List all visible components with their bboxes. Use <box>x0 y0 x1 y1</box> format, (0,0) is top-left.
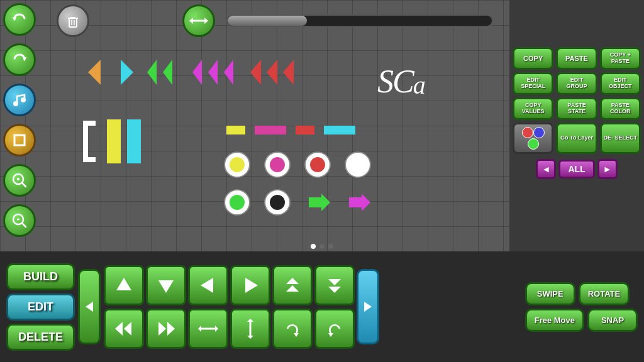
move-right-button[interactable] <box>230 265 270 305</box>
color-circle-green <box>528 138 539 150</box>
red-triple-chevron <box>247 57 304 88</box>
nav-grid <box>104 265 353 349</box>
down-arrow-icon <box>156 275 176 295</box>
svg-point-22 <box>270 157 285 172</box>
zoom-out-button[interactable] <box>3 204 36 237</box>
delete-button[interactable]: DELETE <box>6 324 75 351</box>
move-double-up-button[interactable] <box>272 265 313 305</box>
pink-strip <box>255 126 286 134</box>
deselect-button[interactable]: DE- SELECT <box>600 123 641 154</box>
black-circle2 <box>264 189 291 216</box>
undo-button[interactable] <box>3 3 36 36</box>
svg-marker-31 <box>309 194 330 211</box>
move-up-button[interactable] <box>104 265 144 305</box>
panel-row-4: Go To Layer DE- SELECT <box>513 123 641 154</box>
paste-state-button[interactable]: PASTE STATE <box>556 97 597 120</box>
svg-rect-16 <box>255 126 286 134</box>
svg-marker-69 <box>201 278 213 293</box>
white-circle <box>344 151 372 178</box>
dot-2 <box>319 244 325 249</box>
copy-values-button[interactable]: COPY VALUES <box>513 97 553 120</box>
scroll-left-icon <box>83 300 96 313</box>
free-move-button[interactable]: Free Move <box>525 309 584 332</box>
paste-color-button[interactable]: PASTE COLOR <box>600 97 641 120</box>
nav-right-button[interactable]: ► <box>597 159 618 179</box>
scroll-left-button[interactable] <box>78 269 101 344</box>
edit-button[interactable]: EDIT <box>6 293 75 321</box>
rotate-button[interactable]: ROTATE <box>579 282 630 305</box>
yellow-bar <box>107 119 121 163</box>
scroll-right-button[interactable] <box>357 269 379 344</box>
color-button[interactable] <box>513 123 553 154</box>
progress-bar-container[interactable] <box>226 14 493 27</box>
nav-row: ◄ ALL ► <box>513 159 641 179</box>
svg-line-44 <box>22 223 26 227</box>
right-action-buttons: SWIPE ROTATE Free Move SNAP <box>525 282 638 332</box>
svg-marker-76 <box>124 322 131 336</box>
swap-v-button[interactable] <box>230 309 270 349</box>
red-strip <box>296 126 314 134</box>
square-button[interactable] <box>3 124 36 156</box>
left-arrow-icon <box>198 275 218 295</box>
svg-rect-49 <box>71 17 75 18</box>
left-icons <box>3 3 36 237</box>
rotate-cw-icon <box>282 319 303 339</box>
color-circle-red <box>522 127 533 138</box>
svg-point-26 <box>350 157 365 172</box>
red-circle <box>304 151 331 178</box>
mode-buttons: BUILD EDIT DELETE <box>6 263 75 351</box>
svg-marker-87 <box>364 302 372 312</box>
green-circle2 <box>223 189 251 216</box>
edit-object-button[interactable]: EDIT OBJECT <box>600 72 641 95</box>
svg-rect-11 <box>83 121 96 126</box>
swap-button[interactable] <box>182 4 215 37</box>
svg-marker-72 <box>286 285 299 292</box>
copy-paste-button[interactable]: COPY + PASTE <box>600 47 641 70</box>
pink-circle <box>264 151 291 178</box>
svg-marker-66 <box>86 302 93 312</box>
svg-marker-81 <box>215 326 218 332</box>
edit-group-button[interactable]: EDIT GROUP <box>556 72 597 95</box>
go-to-layer-button[interactable]: Go To Layer <box>556 123 597 154</box>
svg-marker-1 <box>121 60 133 85</box>
svg-marker-4 <box>192 60 202 85</box>
fast-left-button[interactable] <box>104 309 144 349</box>
fast-left-icon <box>114 319 134 339</box>
nav-left-button[interactable]: ◄ <box>536 159 556 179</box>
page-dots <box>311 244 333 249</box>
redo-icon <box>11 51 28 69</box>
svg-marker-77 <box>167 322 175 336</box>
yellow-circle <box>223 151 251 178</box>
svg-marker-53 <box>189 18 193 24</box>
zoom-in-button[interactable] <box>3 164 36 197</box>
move-double-down-button[interactable] <box>314 265 355 305</box>
svg-point-24 <box>310 157 325 172</box>
edit-special-button[interactable]: EDIT SPECIAL <box>513 72 553 95</box>
swap-h-button[interactable] <box>188 309 228 349</box>
svg-marker-2 <box>147 60 157 85</box>
fast-right-button[interactable] <box>146 309 186 349</box>
orange-chevron <box>82 57 107 88</box>
bottom-panel: BUILD EDIT DELETE <box>0 251 644 362</box>
music-button[interactable] <box>3 84 36 116</box>
move-down-button[interactable] <box>146 265 186 305</box>
up-arrow-icon <box>114 275 134 295</box>
paste-button[interactable]: PASTE <box>556 47 597 70</box>
panel-row-2: EDIT SPECIAL EDIT GROUP EDIT OBJECT <box>513 72 641 95</box>
move-left-button[interactable] <box>188 265 228 305</box>
redo-button[interactable] <box>3 43 36 76</box>
build-button[interactable]: BUILD <box>6 263 75 290</box>
swipe-button[interactable]: SWIPE <box>525 282 575 305</box>
svg-marker-3 <box>163 60 172 85</box>
rotate-cw-button[interactable] <box>272 309 313 349</box>
dot-3 <box>328 244 333 249</box>
copy-button[interactable]: COPY <box>513 47 553 70</box>
swap-v-icon <box>240 319 260 339</box>
snap-button[interactable]: SNAP <box>587 309 638 332</box>
svg-rect-45 <box>69 18 77 27</box>
color-circles <box>522 127 545 150</box>
nav-all-button[interactable]: ALL <box>558 160 594 178</box>
trash-button[interactable] <box>57 4 89 37</box>
swap-h-icon <box>198 319 218 339</box>
rotate-ccw-button[interactable] <box>314 309 355 349</box>
